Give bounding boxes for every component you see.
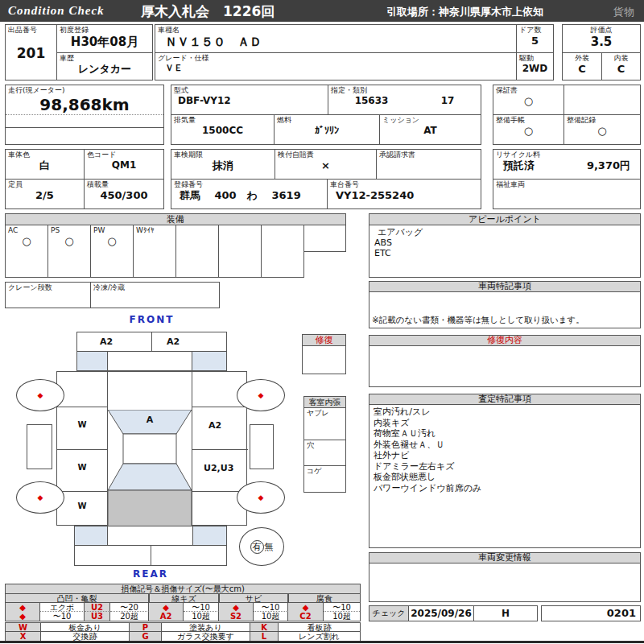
color-code-value: QM1 [85,160,163,171]
equipment-cell-ps: PS○ [48,225,91,251]
legend-desc: 塗装あり [162,623,250,631]
front-bumper: A2 A2 [76,332,227,352]
legend-size: 10超 [254,612,288,621]
legend-code: C2 [288,612,324,621]
legend-size: 〜10 [324,603,360,612]
condition-check-logo: Condition Check [8,4,105,18]
legend-letter: X [6,632,41,641]
assessment-notes-title: 査定特記事項 [369,394,640,405]
legend-desc: 交換跡 [41,632,130,641]
cabin-lining-title: 客室内張 [304,397,345,408]
model-name-cell: 車種名 ＮＶ１５０ ＡＤ [155,25,517,52]
mileage-value: 98,868km [6,96,163,114]
damage-legend-groups: 凸凹・亀裂 線キズ サビ 腐食 [6,594,360,603]
cowl-strip [76,352,227,371]
legend-desc: 看板跡 [279,623,360,631]
equipment-value: ○ [91,236,133,248]
model-name-value: ＮＶ１５０ ＡＤ [155,35,516,49]
appeal-line: ETC [374,248,635,258]
fuel-cell: 燃料 ｶﾞｿﾘﾝ [275,115,380,144]
warranty-cell: 保証書 ○ [493,85,564,114]
interior-grade-value: C [602,64,640,76]
legend-letter: W [6,623,41,631]
equipment-cell-empty [134,250,176,277]
appeal-points-box: アピールポイント エアバッグ ABS ETC [369,213,641,278]
recycle-fee-value: 9,370円 [587,160,630,172]
change-info-box: 車両変更情報 [369,552,641,602]
cabin-row-hole: 穴 [304,440,345,466]
vehicle-notes-disclaimer: ※記載のない書類・機器等は無しとして取り扱います。 [372,315,584,326]
model-box: 車種名 ＮＶ１５０ ＡＤ ドア数 5 グレード・仕様 ＶＥ 駆動 2WD [155,24,554,80]
displacement-cell: 排気量 1500CC [171,115,275,144]
score-box: 評価点 3.5 外装 C 内装 C [562,24,641,80]
car-diagram: FRONT A2 A2 W W W A2 U2,U3 [12,314,298,581]
score-value: 3.5 [563,35,640,49]
lot-registration-box: 出品番号 201 初度登録 H30年08月 車歴 レンタカー [5,24,153,80]
recycle-fee-cell: リサイクル料 預託済 9,370円 [493,150,640,180]
left-rear-fender-mark: W [57,492,107,525]
equipment-cell-empty [262,225,304,251]
legend-size: 〜10 [40,612,85,621]
displacement-value: 1500CC [171,126,274,137]
legend-code: A2 [149,612,184,621]
assessment-line: 板金部状態悪し [374,472,636,483]
grade-cell: グレード・仕様 ＶＥ [155,53,517,80]
legend-size: 〜10 [184,603,219,612]
fridge-cell: 冷凍/冷蔵 [91,283,219,308]
right-rear-door-mark: U2,U3 [192,450,248,492]
body-color-value: 白 [6,160,84,172]
front-bumper-left-mark: A2 [77,332,152,351]
equipment-title: 装備 [6,214,345,225]
exterior-grade-value: C [563,64,601,76]
cabin-row-label: コゲ [304,466,345,477]
assessment-notes-box: 査定特記事項 室内汚れ/スレ 内装キズ 荷物室ＡＵ汚れ 外装色褪せＡ、Ｕ 社外ナ… [369,394,641,548]
change-info-title: 車両変更情報 [369,553,640,564]
right-side-step [250,424,274,469]
approval-request-cell: 承認請求書 [377,150,481,179]
interior-grade-cell: 内装 C [602,53,640,80]
vehicle-notes-box: 車両特記事項 ※記載のない書類・機器等は無しとして取り扱います。 [369,281,641,328]
legend-diamond: ◆ [6,612,40,621]
fridge-label: 冷凍/冷蔵 [91,283,219,293]
capacity-cell: 定員 2/5 [6,180,85,208]
equipment-cell-wtire: Wﾀｲﾔ [134,225,176,251]
registration-number-cell: 登録番号 群馬 400 わ 3619 [171,180,328,208]
grade-value: ＶＥ [155,64,516,74]
mileage-empty-row-1 [6,115,163,128]
repair-detail-title: 修復内容 [369,336,640,346]
damage-diamond: ◆ [258,494,264,502]
damage-diamond: ◆ [258,392,264,399]
check-inspector: H [474,606,537,621]
legend-diamond: ◆ [6,603,40,612]
first-registration-cell: 初度登録 H30年08月 [57,25,152,53]
equipment-cell-empty [219,225,262,251]
title-bar: Condition Check 厚木入札会 1226回 引取場所：神奈川県厚木市… [0,0,644,22]
maintenance-record-value: ○ [564,126,640,138]
equipment-cell-empty [91,250,134,277]
model-code-value: DBF-VY12 [171,96,328,107]
legend-size: 10超 [324,612,360,621]
legend-group-scratch: 線キズ [149,594,219,603]
legend-size: 20超 [110,612,149,621]
chassis-number-value: VY12-255240 [328,190,481,202]
body-color-cell: 車体色 白 [6,150,85,179]
inspection-value: 抹消 [171,160,275,172]
equipment-table: 装備 AC○ PS○ PW○ Wﾀｲﾔ [5,213,346,252]
maintenance-record-cell: 整備記録 ○ [564,115,640,144]
right-front-door-mark: A2 [192,407,248,450]
equipment-label: Wﾀｲﾔ [134,225,175,236]
registration-number-value: 群馬 400 わ 3619 [171,190,327,202]
cabin-row-tear: ヤブレ [304,408,345,440]
rear-corner-strip [74,526,227,546]
legend-group-dents: 凸凹・亀裂 [6,594,149,603]
rear-center [108,526,193,545]
auction-condition-sheet: Condition Check 厚木入札会 1226回 引取場所：神奈川県厚木市… [0,0,644,644]
repair-detail-box: 修復内容 [369,335,641,387]
legend-diamond: ◆ [219,603,254,612]
rear-window-shape [108,464,192,490]
maintenance-book-cell: 整備手帳 ○ [493,115,564,144]
left-panel-column: W W W [57,372,108,525]
check-date: 2025/09/26 [409,606,474,621]
lot-number-cell: 出品番号 201 [6,25,57,80]
check-code: 0201 [541,605,641,621]
